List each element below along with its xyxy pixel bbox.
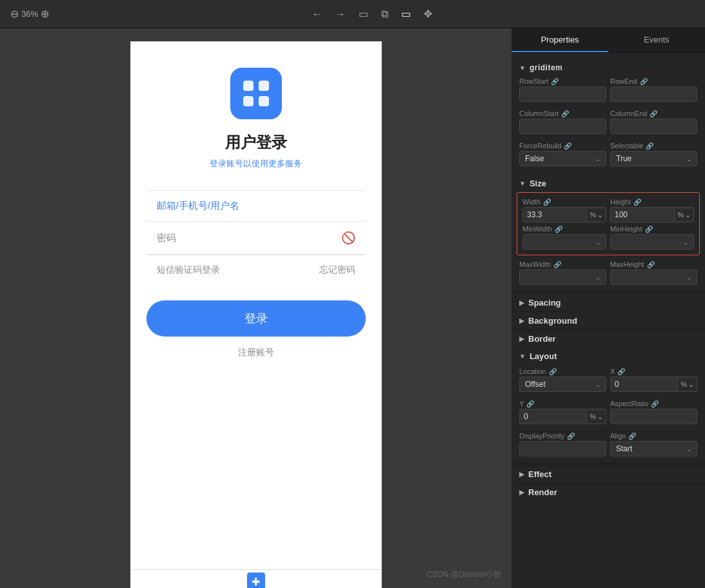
y-link-icon[interactable]: 🔗	[526, 400, 534, 407]
location-value[interactable]: Offset ⌄	[519, 377, 606, 392]
tab-events[interactable]: Events	[608, 28, 705, 52]
prop-max-height: MaxHeight 🔗 ⌄	[610, 260, 697, 285]
max-width-dropdown-icon: ⌄	[595, 274, 601, 281]
height-unit-selector[interactable]: % ⌄	[674, 209, 693, 221]
force-rebuild-link-icon[interactable]: 🔗	[564, 142, 571, 150]
max-height-value[interactable]: ⌄	[610, 270, 697, 285]
device-button[interactable]: ▭	[356, 5, 371, 23]
screen-button[interactable]: ▭	[399, 5, 413, 23]
display-priority-link-icon[interactable]: 🔗	[567, 433, 575, 440]
align-value[interactable]: Start ⌄	[610, 441, 697, 456]
toolbar: ⊖ 36% ⊕ ← → ▭ ⧉ ▭ ✥	[0, 0, 705, 28]
effect-section-header[interactable]: Effect	[511, 465, 705, 483]
col-start-link-icon[interactable]: 🔗	[561, 110, 569, 117]
max-width-link-icon[interactable]: 🔗	[553, 261, 561, 268]
password-label: 密码	[157, 232, 176, 244]
min-width-dropdown-icon: ⌄	[595, 239, 601, 246]
email-field[interactable]: 邮箱/手机号/用户名	[146, 191, 366, 222]
row-start-value[interactable]	[519, 86, 606, 102]
selectable-value[interactable]: True ⌄	[610, 151, 697, 166]
tab-properties[interactable]: Properties	[511, 28, 608, 52]
prop-location: Location 🔗 Offset ⌄	[519, 368, 606, 392]
prop-display-priority: DisplayPriority 🔗	[519, 432, 606, 456]
spacing-section-header[interactable]: Spacing	[511, 293, 705, 311]
redo-button[interactable]: →	[333, 6, 348, 23]
max-height-label: MaxHeight 🔗	[610, 260, 697, 268]
y-input[interactable]	[520, 409, 586, 424]
right-panel: Properties Events griditem RowStart 🔗	[511, 28, 705, 588]
row-start-link-icon[interactable]: 🔗	[551, 78, 559, 85]
align-link-icon[interactable]: 🔗	[628, 433, 636, 440]
x-input[interactable]	[611, 377, 677, 391]
prop-row-end: RowEnd 🔗	[610, 77, 697, 102]
prop-aspect-ratio: AspectRatio 🔗	[610, 400, 697, 424]
location-link-icon[interactable]: 🔗	[549, 368, 557, 375]
min-height-value[interactable]: ⌄	[610, 234, 694, 250]
border-section-header[interactable]: Border	[511, 329, 705, 348]
prop-height: Height 🔗 % ⌄	[610, 198, 694, 222]
copy-button[interactable]: ⧉	[379, 6, 391, 23]
sms-login-link[interactable]: 短信验证码登录	[157, 264, 220, 276]
row-end-link-icon[interactable]: 🔗	[640, 78, 648, 85]
prop-min-height: MinHeight 🔗 ⌄	[610, 225, 694, 250]
col-end-value[interactable]	[610, 119, 697, 134]
prop-col-start: ColumnStart 🔗	[519, 110, 606, 134]
subtitle-prefix: 登录账号	[210, 159, 243, 168]
rebuild-selectable-props: ForceRebuild 🔗 False ⌄ Selectable 🔗 True	[511, 139, 705, 172]
border-section-label: Border	[528, 334, 556, 344]
toggle-password-icon[interactable]: 🚫	[341, 231, 355, 245]
min-width-value[interactable]: ⌄	[522, 234, 606, 250]
prop-width: Width 🔗 % ⌄	[522, 198, 606, 222]
canvas-bottom: ✚	[130, 570, 382, 588]
drag-handle[interactable]: ✚	[247, 573, 265, 588]
display-priority-value[interactable]	[519, 441, 606, 456]
size-section-header[interactable]: Size	[511, 175, 705, 192]
force-rebuild-label: ForceRebuild 🔗	[519, 142, 606, 150]
zoom-out-icon[interactable]: ⊖	[10, 8, 19, 20]
form-links: 短信验证码登录 忘记密码	[146, 255, 366, 285]
height-input[interactable]	[611, 208, 674, 222]
aspect-ratio-value[interactable]	[610, 409, 697, 424]
width-unit-selector[interactable]: % ⌄	[586, 209, 606, 221]
render-section-header[interactable]: Render	[511, 483, 705, 501]
grid-button[interactable]: ✥	[421, 5, 435, 23]
griditem-label: griditem	[530, 63, 562, 72]
svg-rect-1	[259, 81, 269, 91]
layout-section-header[interactable]: Layout	[511, 348, 705, 365]
zoom-in-icon[interactable]: ⊕	[41, 8, 49, 20]
main-area: 用户登录 登录账号以使用更多服务 邮箱/手机号/用户名 密码	[0, 28, 705, 588]
col-end-label: ColumnEnd 🔗	[610, 110, 697, 117]
max-height-link-icon[interactable]: 🔗	[647, 261, 655, 268]
maxwidth-maxheight-props: MaxWidth 🔗 ⌄ MaxHeight 🔗 ⌄	[511, 258, 705, 290]
watermark: CSDN @Damon/小智	[426, 569, 501, 580]
register-link[interactable]: 注册账号	[238, 347, 274, 358]
email-label: 邮箱/手机号/用户名	[157, 200, 239, 212]
undo-button[interactable]: ←	[310, 6, 325, 23]
y-unit-arrow: ⌄	[597, 413, 603, 421]
x-unit-selector[interactable]: % ⌄	[677, 378, 697, 391]
prop-align: Align 🔗 Start ⌄	[610, 432, 697, 456]
col-end-link-icon[interactable]: 🔗	[650, 110, 657, 117]
col-start-value[interactable]	[519, 119, 606, 134]
row-end-value[interactable]	[610, 86, 697, 102]
width-link-icon[interactable]: 🔗	[543, 199, 551, 206]
min-width-link-icon[interactable]: 🔗	[555, 226, 562, 233]
selectable-link-icon[interactable]: 🔗	[646, 142, 653, 150]
force-rebuild-value[interactable]: False ⌄	[519, 151, 606, 166]
password-field[interactable]: 密码 🚫	[146, 222, 366, 255]
login-button[interactable]: 登录	[146, 300, 366, 337]
min-height-link-icon[interactable]: 🔗	[645, 226, 653, 233]
x-link-icon[interactable]: 🔗	[617, 368, 625, 375]
aspect-ratio-link-icon[interactable]: 🔗	[651, 400, 659, 407]
location-dropdown-icon: ⌄	[595, 381, 601, 388]
display-priority-label: DisplayPriority 🔗	[519, 432, 606, 440]
y-unit-selector[interactable]: % ⌄	[586, 411, 606, 423]
max-width-value[interactable]: ⌄	[519, 270, 606, 285]
x-unit-arrow: ⌄	[688, 380, 694, 389]
svg-rect-0	[243, 81, 253, 91]
height-link-icon[interactable]: 🔗	[633, 199, 641, 206]
width-input[interactable]	[523, 208, 586, 222]
griditem-section-header[interactable]: griditem	[511, 58, 705, 75]
background-section-header[interactable]: Background	[511, 311, 705, 329]
forgot-password-link[interactable]: 忘记密码	[319, 264, 355, 276]
